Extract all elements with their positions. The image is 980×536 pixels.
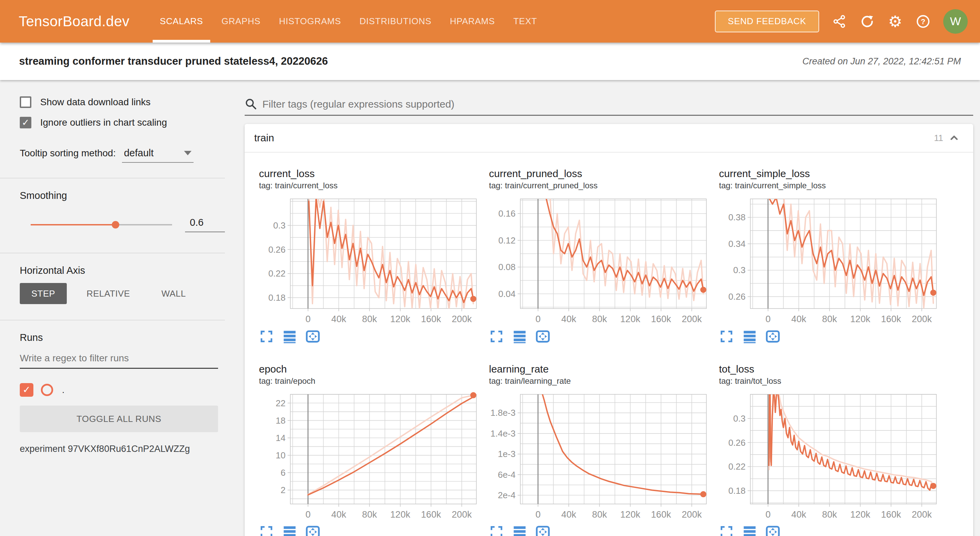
app-bar: TensorBoard.dev SCALARS GRAPHS HISTOGRAM… <box>0 0 980 43</box>
svg-text:0.08: 0.08 <box>498 262 515 272</box>
fit-domain-icon[interactable] <box>535 525 550 536</box>
tab-text[interactable]: TEXT <box>504 0 546 43</box>
svg-text:0: 0 <box>765 314 770 324</box>
svg-text:200k: 200k <box>682 314 702 324</box>
tab-histograms[interactable]: HISTOGRAMS <box>270 0 350 43</box>
svg-text:1e-3: 1e-3 <box>498 449 515 459</box>
smoothing-value-input[interactable] <box>185 217 225 232</box>
settings-sidebar: ✓ Show data download links ✓ Ignore outl… <box>0 80 225 536</box>
tab-scalars[interactable]: SCALARS <box>151 0 212 43</box>
svg-text:200k: 200k <box>452 314 472 324</box>
help-icon[interactable]: ? <box>915 14 931 29</box>
scalar-chart-panel: tot_loss tag: train/tot_loss 0.180.220.2… <box>719 363 937 536</box>
axis-relative-button[interactable]: RELATIVE <box>75 283 142 304</box>
user-avatar[interactable]: W <box>943 9 968 34</box>
svg-text:80k: 80k <box>592 314 607 324</box>
svg-text:0.18: 0.18 <box>268 292 286 303</box>
tag-filter-input[interactable] <box>262 98 973 110</box>
charts-grid: current_loss tag: train/current_loss 0.1… <box>245 152 973 536</box>
tab-graphs[interactable]: GRAPHS <box>212 0 270 43</box>
run-name: . <box>62 385 64 395</box>
axis-wall-button[interactable]: WALL <box>150 283 197 304</box>
chevron-up-icon[interactable] <box>948 132 960 144</box>
svg-text:120k: 120k <box>390 314 410 324</box>
data-table-icon[interactable] <box>512 525 527 536</box>
fit-domain-icon[interactable] <box>765 329 780 344</box>
tooltip-sorting-row: Tooltip sorting method: default <box>20 147 225 163</box>
checkbox-icon[interactable]: ✓ <box>20 97 31 108</box>
divider <box>0 178 225 178</box>
svg-text:120k: 120k <box>850 314 870 324</box>
experiment-id: experiment 97VKXf80Ru61CnP2ALWZZg <box>20 444 225 454</box>
train-group-header[interactable]: train 11 <box>245 124 973 152</box>
svg-text:0.26: 0.26 <box>268 244 286 255</box>
fullscreen-icon[interactable] <box>489 329 504 344</box>
smoothing-label: Smoothing <box>20 190 225 201</box>
svg-text:0.16: 0.16 <box>498 208 515 219</box>
data-table-icon[interactable] <box>512 329 527 344</box>
svg-text:200k: 200k <box>912 509 932 520</box>
data-table-icon[interactable] <box>742 525 757 536</box>
train-group-card: train 11 current_loss tag: train/current… <box>245 124 973 536</box>
tab-hparams[interactable]: HPARAMS <box>441 0 504 43</box>
line-chart[interactable]: 0.180.220.260.3040k80k120k160k200k <box>719 387 937 524</box>
experiment-title-bar: streaming conformer transducer pruned st… <box>0 43 980 80</box>
smoothing-slider-thumb[interactable] <box>112 221 119 228</box>
main-area: train 11 current_loss tag: train/current… <box>225 80 980 536</box>
svg-text:6: 6 <box>281 468 286 478</box>
tab-distributions[interactable]: DISTRIBUTIONS <box>350 0 441 43</box>
fit-domain-icon[interactable] <box>305 329 320 344</box>
svg-text:22: 22 <box>276 398 286 408</box>
data-table-icon[interactable] <box>282 525 297 536</box>
ignore-outliers-checkbox[interactable]: ✓ Ignore outliers in chart scaling <box>20 117 225 128</box>
svg-text:0.3: 0.3 <box>733 414 746 423</box>
svg-text:1.8e-3: 1.8e-3 <box>490 408 515 418</box>
fullscreen-icon[interactable] <box>489 525 504 536</box>
data-table-icon[interactable] <box>742 329 757 344</box>
group-name: train <box>254 132 274 144</box>
line-chart[interactable]: 0.040.080.120.16040k80k120k160k200k <box>489 192 707 328</box>
refresh-icon[interactable] <box>859 14 875 29</box>
svg-text:10: 10 <box>276 450 286 460</box>
checkbox-icon[interactable]: ✓ <box>20 117 31 128</box>
svg-text:0.18: 0.18 <box>728 485 746 496</box>
share-icon[interactable] <box>831 14 847 29</box>
line-chart[interactable]: 0.260.30.340.38040k80k120k160k200k <box>719 192 937 328</box>
checkbox-label: Show data download links <box>40 97 151 108</box>
svg-text:120k: 120k <box>620 509 640 520</box>
runs-filter-input[interactable] <box>20 353 218 369</box>
fullscreen-icon[interactable] <box>259 329 274 344</box>
svg-text:2e-4: 2e-4 <box>498 490 515 500</box>
chart-tag: tag: train/tot_loss <box>719 376 937 386</box>
fullscreen-icon[interactable] <box>719 329 734 344</box>
fit-domain-icon[interactable] <box>535 329 550 344</box>
show-download-links-checkbox[interactable]: ✓ Show data download links <box>20 97 225 108</box>
svg-text:0.26: 0.26 <box>728 438 746 448</box>
content: ✓ Show data download links ✓ Ignore outl… <box>0 80 980 536</box>
fullscreen-icon[interactable] <box>719 525 734 536</box>
run-color-swatch-icon <box>41 384 53 396</box>
toggle-all-runs-button[interactable]: TOGGLE ALL RUNS <box>20 406 218 432</box>
svg-text:0.22: 0.22 <box>268 268 286 279</box>
fit-domain-icon[interactable] <box>305 525 320 536</box>
chart-title: current_loss <box>259 168 477 180</box>
send-feedback-button[interactable]: SEND FEEDBACK <box>715 11 819 32</box>
settings-gear-icon[interactable]: ⚙ <box>887 14 903 29</box>
run-checkbox[interactable]: ✓ <box>20 383 33 397</box>
fullscreen-icon[interactable] <box>259 525 274 536</box>
svg-text:160k: 160k <box>651 509 671 520</box>
line-chart[interactable]: 2610141822040k80k120k160k200k <box>259 387 477 524</box>
tooltip-sorting-select[interactable]: default <box>122 147 194 163</box>
svg-text:0.22: 0.22 <box>728 461 746 472</box>
svg-text:0.38: 0.38 <box>728 212 746 222</box>
svg-text:80k: 80k <box>592 509 607 520</box>
line-chart[interactable]: 0.180.220.260.3040k80k120k160k200k <box>259 192 477 328</box>
tooltip-sorting-label: Tooltip sorting method: <box>20 148 116 159</box>
smoothing-slider[interactable] <box>31 220 172 229</box>
chart-title: learning_rate <box>489 363 707 375</box>
svg-text:80k: 80k <box>822 314 837 324</box>
axis-step-button[interactable]: STEP <box>20 283 67 304</box>
line-chart[interactable]: 2e-46e-41e-31.4e-31.8e-3040k80k120k160k2… <box>489 387 707 524</box>
fit-domain-icon[interactable] <box>765 525 780 536</box>
data-table-icon[interactable] <box>282 329 297 344</box>
